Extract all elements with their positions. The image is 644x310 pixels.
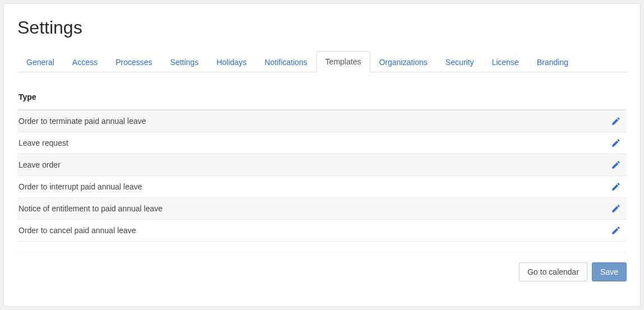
row-label: Order to terminate paid annual leave	[19, 117, 611, 126]
tabs-bar: GeneralAccessProcessesSettingsHolidaysNo…	[17, 50, 627, 72]
table-row: Order to terminate paid annual leave	[17, 110, 627, 132]
pencil-icon[interactable]	[611, 160, 621, 170]
tab-settings[interactable]: Settings	[161, 52, 208, 72]
pencil-icon[interactable]	[611, 116, 621, 126]
tab-license[interactable]: License	[483, 52, 528, 72]
tab-organizations[interactable]: Organizations	[370, 52, 436, 72]
settings-panel: Settings GeneralAccessProcessesSettingsH…	[3, 3, 641, 307]
row-label: Leave order	[19, 160, 611, 169]
templates-table: Type Order to terminate paid annual leav…	[17, 92, 627, 242]
page-title: Settings	[17, 17, 627, 38]
tab-holidays[interactable]: Holidays	[208, 52, 256, 72]
tab-processes[interactable]: Processes	[107, 52, 161, 72]
row-label: Order to cancel paid annual leave	[19, 226, 611, 235]
save-button[interactable]: Save	[592, 262, 627, 281]
tab-access[interactable]: Access	[63, 52, 107, 72]
go-to-calendar-button[interactable]: Go to calendar	[519, 262, 587, 281]
row-label: Notice of entitlement to paid annual lea…	[19, 204, 611, 213]
pencil-icon[interactable]	[611, 203, 621, 214]
tab-branding[interactable]: Branding	[528, 52, 577, 72]
tab-templates[interactable]: Templates	[316, 51, 370, 72]
table-row: Notice of entitlement to paid annual lea…	[17, 198, 627, 220]
pencil-icon[interactable]	[611, 138, 621, 148]
tab-security[interactable]: Security	[436, 52, 483, 72]
tab-notifications[interactable]: Notifications	[256, 52, 316, 72]
footer-actions: Go to calendar Save	[17, 252, 627, 281]
pencil-icon[interactable]	[611, 182, 621, 192]
tab-general[interactable]: General	[17, 52, 63, 72]
table-row: Leave order	[17, 154, 627, 176]
table-row: Order to cancel paid annual leave	[17, 220, 627, 242]
table-header-type: Type	[17, 92, 627, 110]
pencil-icon[interactable]	[611, 225, 621, 235]
table-row: Leave request	[17, 132, 627, 154]
row-label: Leave request	[19, 138, 611, 147]
row-label: Order to interrupt paid annual leave	[19, 182, 611, 191]
table-row: Order to interrupt paid annual leave	[17, 176, 627, 198]
